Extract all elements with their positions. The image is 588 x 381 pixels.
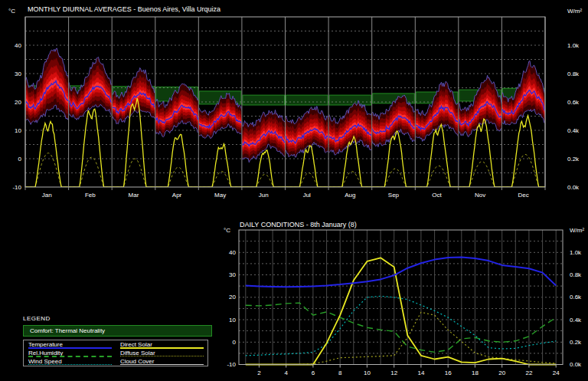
legend-heading: LEGEND: [23, 315, 51, 322]
monthly-y-left-tick: 10: [15, 127, 21, 134]
monthly-y-left-tick: 0: [18, 156, 22, 163]
hour-tick-label: 12: [390, 370, 397, 376]
month-label: Apr: [172, 192, 182, 199]
legend-item-diffuse-solar: Diffuse Solar: [116, 349, 207, 357]
monthly-chart-plot-area[interactable]: [25, 17, 545, 187]
daily-y-left-unit: °C: [224, 227, 230, 234]
month-label: Jan: [42, 192, 52, 199]
month-label: Feb: [85, 192, 96, 199]
daily-y-right-tick: 0.4k: [570, 317, 582, 324]
charts-canvas: MONTHLY DIURNAL AVERAGES - Buenos Aires,…: [0, 0, 588, 381]
comfort-band-label: Comfort: Thermal Neutrality: [30, 327, 105, 334]
monthly-y-left-unit: °C: [8, 8, 15, 15]
monthly-y-left-tick: 20: [15, 99, 21, 106]
legend-item-cloud-cover: Cloud Cover: [116, 357, 207, 366]
hour-tick-label: 18: [472, 370, 479, 376]
month-label: Jun: [259, 192, 269, 199]
month-label: Nov: [475, 192, 485, 199]
daily-y-left-tick: 0: [233, 339, 237, 346]
cloud-cover-line-swatch: [120, 364, 204, 365]
daily-y-left-tick: 30: [229, 271, 236, 278]
daily-y-right-tick: 1.0k: [570, 249, 582, 256]
hour-tick-label: 14: [417, 370, 424, 376]
daily-y-left-tick: 10: [229, 317, 236, 324]
legend-item-rel-humidity: Rel.Humidity: [24, 349, 116, 357]
hour-tick-label: 16: [445, 370, 452, 376]
hour-tick-label: 22: [525, 370, 532, 376]
daily-y-right-tick: 0.6k: [570, 294, 582, 301]
month-label: Jul: [303, 192, 311, 199]
monthly-y-left-tick: 40: [15, 42, 21, 49]
month-label: Aug: [345, 192, 355, 199]
month-label: Dec: [518, 192, 529, 199]
month-label: Sep: [388, 192, 400, 199]
daily-y-left-tick: 40: [229, 249, 236, 256]
hour-tick-label: 2: [257, 370, 261, 376]
monthly-chart-title: MONTHLY DIURNAL AVERAGES - Buenos Aires,…: [28, 5, 220, 13]
month-label: May: [214, 192, 226, 199]
monthly-y-right-tick: 0.8k: [567, 71, 580, 77]
legend-item-direct-solar: Direct Solar: [116, 340, 207, 349]
daily-y-right-tick: 0.0k: [570, 361, 582, 368]
monthly-y-left-tick: 30: [15, 71, 21, 77]
monthly-y-right-tick: 0.0k: [567, 184, 580, 191]
hour-tick-label: 20: [498, 370, 505, 376]
legend-box: Temperature Direct Solar Rel.Humidity Di…: [23, 340, 208, 366]
monthly-y-left-tick: -10: [12, 184, 21, 191]
monthly-y-right-tick: 0.4k: [567, 127, 580, 134]
hour-tick-label: 4: [284, 370, 288, 376]
daily-y-right-tick: 0.2k: [570, 339, 582, 346]
daily-chart-plot-area[interactable]: [239, 230, 563, 365]
daily-y-right-tick: 0.8k: [570, 271, 582, 278]
legend-item-wind-speed: Wind Speed: [24, 357, 116, 366]
month-label: Mar: [129, 192, 139, 199]
month-label: Oct: [432, 192, 442, 199]
hour-tick-label: 6: [312, 370, 315, 376]
hour-tick-label: 24: [553, 370, 560, 376]
daily-y-left-tick: -10: [227, 361, 236, 368]
wind-speed-line-swatch: [28, 364, 112, 365]
diffuse-solar-line-swatch: [120, 356, 204, 356]
hour-tick-label: 8: [338, 370, 342, 376]
monthly-y-right-tick: 0.2k: [567, 156, 580, 163]
monthly-y-right-tick: 1.0k: [567, 42, 580, 49]
monthly-y-right-tick: 0.6k: [567, 99, 580, 106]
weather-tool-screen: MONTHLY DIURNAL AVERAGES - Buenos Aires,…: [0, 0, 588, 381]
hour-tick-label: 10: [364, 370, 371, 376]
monthly-y-right-unit: W/m²: [567, 8, 582, 15]
daily-y-left-tick: 20: [229, 294, 236, 301]
daily-chart-title: DAILY CONDITIONS - 8th January (8): [240, 221, 357, 228]
daily-y-right-unit: W/m²: [570, 227, 584, 234]
comfort-band-legend: Comfort: Thermal Neutrality: [23, 325, 212, 337]
legend-item-temperature: Temperature: [24, 340, 116, 349]
